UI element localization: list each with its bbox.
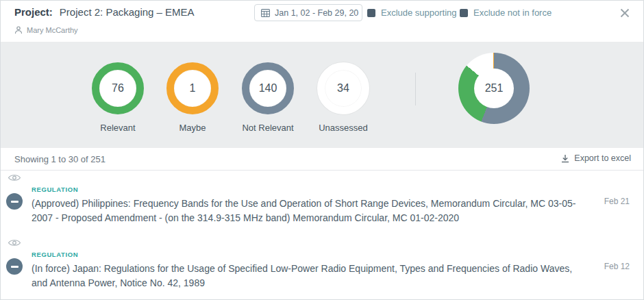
relevant-label: Relevant — [80, 123, 156, 133]
unassessed-label: Unassessed — [306, 123, 381, 133]
item-type-badge: REGULATION — [32, 251, 585, 258]
project-owner: Mary McCarthy — [14, 26, 78, 34]
project-title-row: Project: Project 2: Packaging – EMEA — [14, 6, 195, 18]
showing-text: Showing 1 to 30 of 251 — [14, 154, 106, 164]
calendar-icon — [261, 8, 270, 17]
stats-band: 76 Relevant 1 Maybe 140 Not Relevant 34 … — [1, 42, 643, 148]
not-relevant-minus-button[interactable] — [6, 193, 23, 210]
minus-icon — [11, 266, 18, 268]
list-item: REGULATION (Approved) Philippines: Frequ… — [1, 171, 643, 237]
eye-icon[interactable] — [8, 238, 21, 247]
maybe-label: Maybe — [155, 123, 230, 133]
date-range-value: Jan 1, 02 - Feb 29, 20 — [275, 8, 358, 18]
checkbox-exclude-not-in-force[interactable] — [460, 9, 468, 17]
item-content: REGULATION (Approved) Philippines: Frequ… — [32, 186, 585, 225]
item-title[interactable]: (In force) Japan: Regulations for the Us… — [32, 262, 585, 290]
not-relevant-minus-button[interactable] — [6, 258, 23, 275]
item-title[interactable]: (Approved) Philippines: Frequency Bands … — [32, 197, 585, 225]
checkbox-exclude-supporting[interactable] — [367, 9, 375, 17]
project-name: Project 2: Packaging – EMEA — [60, 6, 195, 18]
total-count: 251 — [485, 82, 504, 95]
maybe-count: 1 — [190, 82, 196, 95]
project-results-panel: Project: Project 2: Packaging – EMEA Mar… — [0, 0, 644, 300]
project-label: Project: — [14, 6, 53, 18]
download-icon — [561, 154, 569, 163]
item-date: Feb 12 — [604, 262, 630, 271]
item-content: REGULATION (In force) Japan: Regulations… — [32, 251, 585, 290]
results-toolbar: Showing 1 to 30 of 251 Export to excel — [1, 148, 643, 171]
stat-unassessed[interactable]: 34 Unassessed — [306, 62, 381, 133]
export-to-excel-button[interactable]: Export to excel — [561, 153, 631, 163]
vertical-divider — [415, 73, 416, 105]
totals-donut-chart: 251 — [458, 53, 530, 124]
donut-center: 251 — [474, 68, 514, 108]
filter-label: Exclude not in force — [473, 8, 552, 18]
relevant-count: 76 — [112, 82, 124, 95]
relevant-ring: 76 — [92, 62, 144, 114]
item-type-badge: REGULATION — [32, 186, 585, 193]
not-relevant-count: 140 — [259, 82, 277, 95]
filter-exclude-not-in-force[interactable]: Exclude not in force — [460, 8, 552, 18]
stat-relevant[interactable]: 76 Relevant — [80, 62, 156, 133]
not-relevant-ring: 140 — [242, 62, 294, 114]
user-icon — [14, 26, 23, 34]
filter-label: Exclude supporting — [381, 8, 457, 18]
user-name: Mary McCarthy — [27, 26, 78, 34]
unassessed-count: 34 — [337, 82, 349, 95]
stat-maybe[interactable]: 1 Maybe — [155, 62, 230, 133]
eye-icon[interactable] — [8, 173, 21, 182]
close-button[interactable] — [617, 5, 632, 21]
header: Project: Project 2: Packaging – EMEA Mar… — [1, 1, 643, 42]
stat-not-relevant[interactable]: 140 Not Relevant — [230, 62, 306, 133]
maybe-ring: 1 — [166, 62, 219, 114]
unassessed-ring: 34 — [317, 62, 369, 114]
minus-icon — [11, 201, 18, 203]
list-item: REGULATION (In force) Japan: Regulations… — [1, 236, 643, 300]
item-date: Feb 21 — [604, 197, 630, 206]
close-icon — [619, 8, 630, 18]
date-range-input[interactable]: Jan 1, 02 - Feb 29, 20 — [254, 4, 362, 21]
export-label: Export to excel — [574, 153, 631, 163]
filter-exclude-supporting[interactable]: Exclude supporting — [367, 8, 457, 18]
not-relevant-label: Not Relevant — [230, 123, 306, 133]
